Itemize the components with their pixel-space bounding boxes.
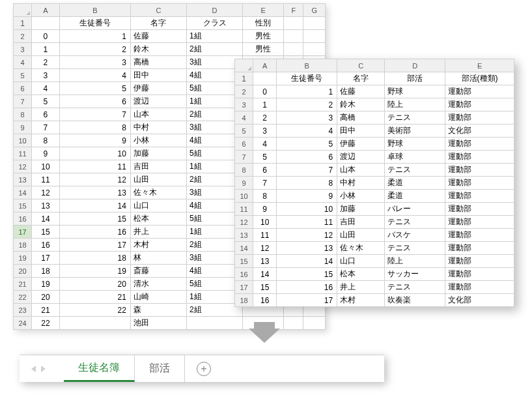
- tab-student-roster[interactable]: 生徒名簿: [64, 355, 135, 382]
- cell[interactable]: 松本: [130, 212, 186, 226]
- cell[interactable]: [32, 17, 60, 30]
- cell[interactable]: 8: [59, 121, 130, 134]
- col-header[interactable]: A: [32, 4, 60, 17]
- cell[interactable]: 17: [277, 294, 337, 307]
- cell[interactable]: 山本: [130, 108, 186, 121]
- row-header[interactable]: 1: [235, 72, 253, 85]
- cell[interactable]: 2: [253, 111, 277, 124]
- cell[interactable]: 森: [130, 304, 186, 317]
- cell[interactable]: 運動部: [445, 138, 514, 151]
- cell[interactable]: 2: [32, 56, 60, 69]
- col-header[interactable]: G: [303, 4, 326, 17]
- cell[interactable]: 佐藤: [337, 85, 385, 98]
- cell[interactable]: 13: [59, 186, 130, 199]
- cell[interactable]: テニス: [385, 164, 445, 177]
- row-header[interactable]: 2: [235, 85, 253, 98]
- row-header[interactable]: 15: [14, 199, 32, 212]
- cell[interactable]: 0: [253, 85, 277, 98]
- row-header[interactable]: 22: [14, 291, 32, 304]
- cell[interactable]: 13: [277, 242, 337, 255]
- cell[interactable]: 12: [32, 186, 60, 199]
- col-header[interactable]: E: [243, 4, 284, 17]
- cell[interactable]: 渡辺: [337, 151, 385, 164]
- cell[interactable]: 生徒番号: [59, 17, 130, 30]
- cell[interactable]: 10: [277, 203, 337, 216]
- cell[interactable]: 14: [59, 199, 130, 212]
- cell[interactable]: 1組: [186, 30, 242, 43]
- cell[interactable]: 8: [32, 134, 60, 147]
- cell[interactable]: 加藤: [337, 203, 385, 216]
- row-header[interactable]: 19: [14, 252, 32, 265]
- cell[interactable]: 男性: [243, 43, 284, 56]
- cell[interactable]: 山崎: [130, 291, 186, 304]
- row-header[interactable]: 5: [14, 69, 32, 82]
- cell[interactable]: 19: [32, 278, 60, 291]
- cell[interactable]: 5: [32, 95, 60, 108]
- cell[interactable]: 運動部: [445, 190, 514, 203]
- cell[interactable]: 12: [277, 229, 337, 242]
- cell[interactable]: 運動部: [445, 111, 514, 124]
- cell[interactable]: 15: [59, 212, 130, 226]
- cell[interactable]: 高橋: [130, 56, 186, 69]
- row-header[interactable]: 6: [235, 138, 253, 151]
- cell[interactable]: 14: [253, 268, 277, 281]
- cell[interactable]: 性別: [243, 17, 284, 30]
- cell[interactable]: 柔道: [385, 177, 445, 190]
- cell[interactable]: 7: [277, 164, 337, 177]
- row-header[interactable]: 18: [14, 239, 32, 252]
- cell[interactable]: 3: [277, 111, 337, 124]
- cell[interactable]: [186, 317, 242, 330]
- cell[interactable]: 田中: [130, 69, 186, 82]
- cell[interactable]: [253, 72, 277, 85]
- col-header[interactable]: B: [59, 4, 130, 17]
- cell[interactable]: 運動部: [445, 255, 514, 268]
- row-header[interactable]: 24: [14, 317, 32, 330]
- cell[interactable]: 林: [130, 252, 186, 265]
- cell[interactable]: 運動部: [445, 151, 514, 164]
- cell[interactable]: 16: [59, 226, 130, 239]
- col-header[interactable]: C: [337, 59, 385, 72]
- cell[interactable]: 10: [59, 147, 130, 160]
- cell[interactable]: 鈴木: [130, 43, 186, 56]
- cell[interactable]: 11: [59, 160, 130, 173]
- cell[interactable]: 池田: [130, 317, 186, 330]
- cell[interactable]: 4: [253, 138, 277, 151]
- row-header[interactable]: 16: [14, 212, 32, 226]
- cell[interactable]: 4: [59, 69, 130, 82]
- cell[interactable]: 名字: [337, 72, 385, 85]
- row-header[interactable]: 16: [235, 268, 253, 281]
- row-header[interactable]: 13: [235, 229, 253, 242]
- cell[interactable]: 2: [277, 98, 337, 111]
- cell[interactable]: 斎藤: [130, 265, 186, 278]
- cell[interactable]: [303, 43, 326, 56]
- cell[interactable]: 吉田: [337, 216, 385, 229]
- tab-club[interactable]: 部活: [135, 355, 185, 382]
- cell[interactable]: 1: [277, 85, 337, 98]
- row-header[interactable]: 3: [235, 98, 253, 111]
- cell[interactable]: 16: [253, 294, 277, 307]
- cell[interactable]: 8: [253, 190, 277, 203]
- cell[interactable]: 中村: [130, 121, 186, 134]
- cell[interactable]: 21: [59, 291, 130, 304]
- col-header[interactable]: E: [445, 59, 514, 72]
- col-header[interactable]: A: [253, 59, 277, 72]
- cell[interactable]: 6: [32, 108, 60, 121]
- cell[interactable]: 田中: [337, 124, 385, 138]
- col-header[interactable]: F: [284, 4, 303, 17]
- cell[interactable]: 6: [277, 151, 337, 164]
- cell[interactable]: 佐藤: [130, 30, 186, 43]
- cell[interactable]: 山田: [130, 173, 186, 186]
- cell[interactable]: 4: [32, 82, 60, 95]
- cell[interactable]: [59, 317, 130, 330]
- cell[interactable]: 21: [32, 304, 60, 317]
- cell[interactable]: 0: [32, 30, 60, 43]
- cell[interactable]: 3: [59, 56, 130, 69]
- cell[interactable]: テニス: [385, 242, 445, 255]
- cell[interactable]: 陸上: [385, 98, 445, 111]
- cell[interactable]: 運動部: [445, 242, 514, 255]
- col-header[interactable]: D: [385, 59, 445, 72]
- cell[interactable]: 吉田: [130, 160, 186, 173]
- cell[interactable]: 18: [32, 265, 60, 278]
- cell[interactable]: 6: [253, 164, 277, 177]
- cell[interactable]: [284, 317, 303, 330]
